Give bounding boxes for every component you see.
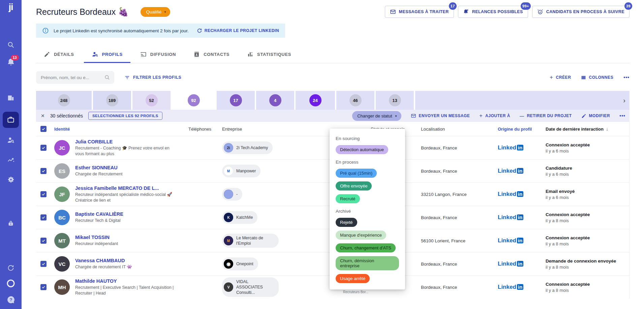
row-checkbox[interactable] xyxy=(40,214,47,220)
linkedin-logo[interactable]: Linkedin xyxy=(498,237,523,244)
company-chip[interactable]: VVIDAL ASSOCIATES Consulti... xyxy=(222,277,279,297)
company-chip[interactable]: 2i2i Tech Academy xyxy=(222,141,273,154)
avatar[interactable]: JC xyxy=(54,140,70,156)
select-all-checkbox[interactable] xyxy=(40,126,47,132)
send-message-button[interactable]: ENVOYER UN MESSAGE xyxy=(411,113,470,118)
profile-name[interactable]: Vanessa CHAMBAUD xyxy=(75,258,132,263)
messages-to-process-button[interactable]: MESSAGES À TRAITER 17 xyxy=(385,6,454,18)
create-button[interactable]: + CRÉER xyxy=(550,74,571,81)
status-option[interactable]: Usage arrêté xyxy=(336,274,370,283)
avatar[interactable]: MT xyxy=(54,233,70,248)
avatar[interactable]: ES xyxy=(54,163,70,179)
row-checkbox[interactable] xyxy=(40,191,47,197)
status-option[interactable]: Churn, démission entreprise xyxy=(336,256,399,270)
tab-details[interactable]: DÉTAILS xyxy=(36,46,82,63)
pipeline-segment[interactable]: 17 xyxy=(217,91,255,110)
company-chip[interactable]: MLe Mercato de l'Emploi xyxy=(222,234,279,248)
clear-selection-icon[interactable]: ✕ xyxy=(41,113,45,118)
header-phones[interactable]: Téléphones xyxy=(186,127,219,132)
avatar[interactable]: JF xyxy=(54,186,70,202)
sort-descending-icon[interactable]: ↓ xyxy=(606,126,608,132)
sidebar-settings-icon[interactable] xyxy=(0,176,22,183)
status-option[interactable]: Pré qual (15min) xyxy=(336,169,377,178)
profile-name[interactable]: Jessica Famibelle MERCATO DE L... xyxy=(75,185,176,191)
reload-linkedin-project-button[interactable]: RECHARGER LE PROJET LINKEDIN xyxy=(197,28,279,33)
header-origin[interactable]: Origine du profil xyxy=(486,127,543,132)
sidebar-profiles-icon[interactable] xyxy=(0,136,22,144)
select-all-button[interactable]: SELECTIONNER LES 92 PROFILS xyxy=(88,112,162,120)
linkedin-logo[interactable]: Linkedin xyxy=(498,284,523,290)
followups-count-badge: 99+ xyxy=(521,2,531,10)
row-checkbox[interactable] xyxy=(40,168,47,174)
row-checkbox[interactable] xyxy=(40,261,47,267)
remove-from-project-button[interactable]: — RETIRER DU PROJET xyxy=(520,113,572,118)
pipeline-segment[interactable]: 13 xyxy=(376,91,414,110)
profile-name[interactable]: Mathilde HAUTOY xyxy=(75,278,176,284)
change-status-button[interactable]: Changer de statut ▾ xyxy=(352,111,401,121)
pipeline-segment[interactable]: 24 xyxy=(296,91,335,110)
linkedin-logo[interactable]: Linkedin xyxy=(498,168,523,174)
sidebar-loader-icon[interactable] xyxy=(0,279,22,288)
row-checkbox[interactable] xyxy=(40,238,47,244)
add-to-button[interactable]: + AJOUTER À xyxy=(479,113,510,119)
row-checkbox[interactable] xyxy=(40,145,47,151)
project-status-chip[interactable]: Qualifié ▾ xyxy=(141,7,170,17)
selection-more-button[interactable]: ••• xyxy=(619,113,625,118)
linkedin-logo[interactable]: Linkedin xyxy=(498,144,523,151)
sidebar-refresh-icon[interactable] xyxy=(0,264,22,272)
tab-diffusion[interactable]: DIFFUSION xyxy=(132,46,184,63)
possible-followups-button[interactable]: RELANCES POSSIBLES 99+ xyxy=(458,6,528,18)
profile-search-input[interactable] xyxy=(40,75,104,80)
profile-name[interactable]: Esther SIONNEAU xyxy=(75,165,122,170)
avatar[interactable]: VC xyxy=(54,256,70,272)
profile-search-box[interactable] xyxy=(36,71,114,84)
sidebar-lock-icon[interactable] xyxy=(0,219,22,227)
linkedin-logo[interactable]: Linkedin xyxy=(498,191,523,197)
row-checkbox[interactable] xyxy=(40,284,47,290)
profile-name[interactable]: Baptiste CAVALIÈRE xyxy=(75,211,123,217)
header-location[interactable]: Localisation xyxy=(418,127,486,132)
status-option[interactable]: Manque d'expérience xyxy=(336,231,386,240)
company-chip[interactable]: KKatchMe xyxy=(222,211,257,224)
status-option[interactable]: Recruté xyxy=(336,194,360,203)
profile-name[interactable]: Julia CORBILLE xyxy=(75,139,176,144)
pipeline-segment[interactable]: 248 xyxy=(36,91,92,110)
status-option[interactable]: Détection automatique xyxy=(336,145,388,154)
pipeline-segment[interactable]: 46 xyxy=(336,91,374,110)
chevron-right-icon[interactable]: › xyxy=(623,97,625,104)
app-logo[interactable]: ji xyxy=(0,2,22,12)
pipeline-segment[interactable]: 52 xyxy=(132,91,171,110)
avatar[interactable]: BC xyxy=(54,210,70,225)
app: ji 13 xyxy=(0,0,644,309)
status-option[interactable]: Churn, changement d'ATS xyxy=(336,243,396,252)
linkedin-logo[interactable]: Linkedin xyxy=(498,214,523,220)
pipeline-segment[interactable]: 4 xyxy=(256,91,294,110)
sidebar-notifications-icon[interactable]: 13 xyxy=(0,58,22,66)
sidebar-projects-icon[interactable] xyxy=(3,112,19,128)
status-option[interactable]: Rejeté xyxy=(336,218,357,227)
company-chip[interactable]: MManpower xyxy=(222,165,260,177)
toolbar-more-button[interactable]: ••• xyxy=(623,75,630,80)
tab-contacts[interactable]: CONTACTS xyxy=(186,46,237,63)
company-chip[interactable]: - xyxy=(222,188,242,201)
header-identity[interactable]: Identité xyxy=(51,127,186,132)
sidebar-search-icon[interactable] xyxy=(0,41,22,48)
pipeline-segment-selected[interactable]: 92 xyxy=(172,91,215,110)
profile-name[interactable]: Mikael TOSSIN xyxy=(75,235,118,240)
header-company[interactable]: Entreprise xyxy=(219,127,336,132)
header-last-interaction[interactable]: Date de dernière interaction ↓ xyxy=(543,126,629,132)
status-option[interactable]: Offre envoyée xyxy=(336,181,372,191)
tab-profils[interactable]: PROFILS xyxy=(84,46,130,63)
pipeline-segment[interactable]: 189 xyxy=(93,91,131,110)
sidebar-companies-icon[interactable] xyxy=(0,94,22,102)
filter-profiles-button[interactable]: FILTRER LES PROFILS xyxy=(124,75,181,80)
columns-button[interactable]: COLONNES xyxy=(581,75,613,80)
candidates-to-follow-button[interactable]: CANDIDATS EN PROCESS À SUIVRE 39 xyxy=(532,6,630,18)
linkedin-logo[interactable]: Linkedin xyxy=(498,261,523,267)
sidebar-stats-icon[interactable] xyxy=(0,156,22,164)
company-chip[interactable]: ◉Onepoint xyxy=(222,258,258,270)
modify-button[interactable]: MODIFIER xyxy=(581,113,610,118)
sidebar-help-icon[interactable]: ? xyxy=(0,296,22,304)
tab-statistiques[interactable]: STATISTIQUES xyxy=(239,46,299,63)
avatar[interactable]: MH xyxy=(54,279,70,295)
